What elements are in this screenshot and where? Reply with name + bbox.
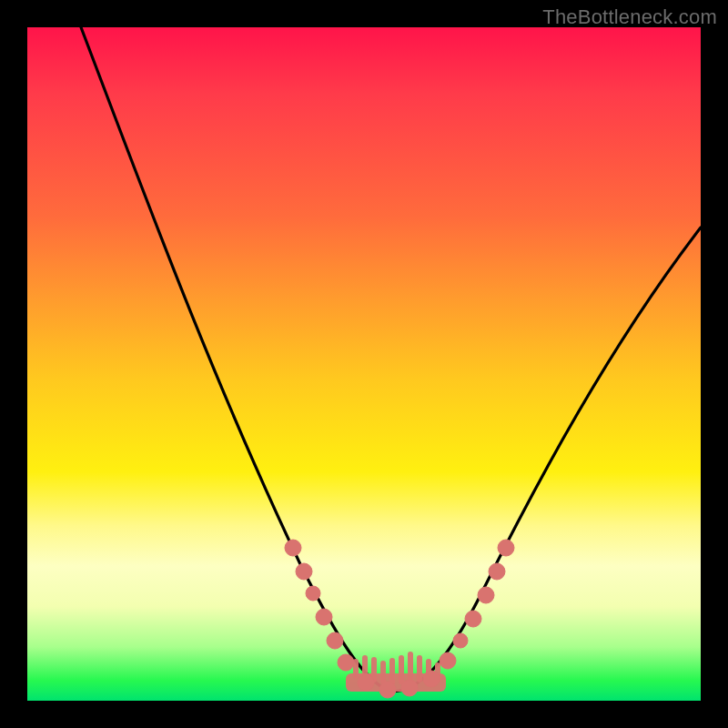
- svg-point-18: [379, 682, 396, 698]
- svg-point-23: [465, 611, 481, 627]
- svg-rect-5: [389, 658, 395, 685]
- svg-point-19: [401, 680, 418, 696]
- svg-point-25: [489, 563, 505, 580]
- svg-rect-6: [399, 655, 404, 684]
- svg-point-12: [296, 563, 312, 580]
- svg-point-11: [285, 540, 301, 556]
- svg-point-20: [423, 671, 440, 687]
- svg-point-13: [306, 586, 320, 601]
- svg-point-24: [478, 587, 494, 603]
- svg-point-21: [440, 652, 456, 669]
- svg-rect-8: [417, 655, 422, 682]
- svg-point-16: [338, 654, 354, 671]
- svg-point-15: [327, 632, 343, 649]
- outer-frame: TheBottleneck.com: [0, 0, 728, 728]
- curve-path: [81, 27, 701, 692]
- svg-point-14: [316, 609, 332, 625]
- svg-rect-4: [380, 661, 386, 684]
- svg-point-22: [453, 633, 468, 648]
- chart-svg: [27, 27, 701, 701]
- svg-point-17: [358, 674, 374, 691]
- watermark-text: TheBottleneck.com: [542, 5, 717, 29]
- svg-point-26: [498, 540, 514, 556]
- svg-rect-7: [408, 652, 413, 682]
